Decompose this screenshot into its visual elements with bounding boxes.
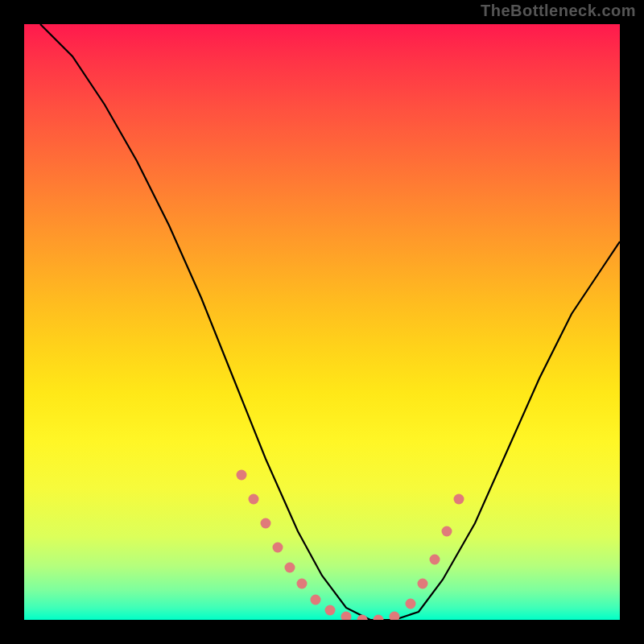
marker-dot	[341, 612, 352, 621]
watermark-text: TheBottleneck.com	[481, 2, 636, 20]
marker-dot	[285, 563, 295, 573]
plot-area	[24, 24, 620, 620]
bottleneck-curve-path	[40, 24, 620, 620]
marker-dot	[261, 518, 271, 529]
marker-dot	[249, 494, 259, 505]
marker-dot	[357, 615, 368, 621]
marker-dot	[390, 612, 400, 621]
marker-dot	[237, 470, 247, 481]
marker-dot	[297, 579, 308, 589]
marker-dot	[325, 605, 336, 616]
chart-frame: TheBottleneck.com	[0, 0, 644, 644]
marker-dot	[374, 615, 384, 621]
marker-dot	[406, 599, 416, 609]
marker-dot	[442, 526, 452, 537]
marker-dot	[273, 543, 283, 553]
marker-dot	[430, 555, 440, 565]
marker-dot	[418, 579, 428, 589]
curve-svg	[24, 24, 620, 620]
marker-dot	[454, 494, 464, 505]
marker-dot	[311, 595, 321, 605]
